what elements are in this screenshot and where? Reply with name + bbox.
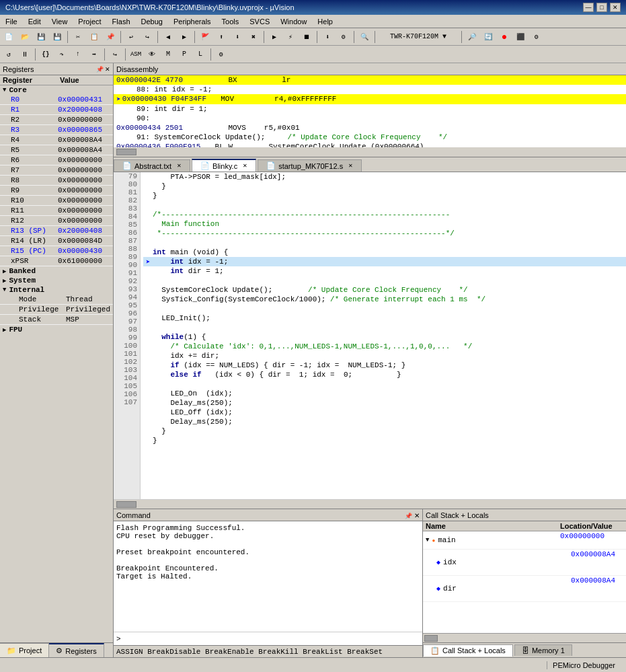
back-button[interactable]: ◀: [161, 30, 175, 44]
forward-button[interactable]: ▶: [177, 30, 192, 44]
target-select[interactable]: TWR-K70F120M ▼: [378, 30, 459, 44]
perf-btn[interactable]: P: [177, 47, 192, 62]
stop-build[interactable]: ⏹: [299, 30, 314, 44]
cs-row-dir[interactable]: ◆ dir 0x000008A4 auto - int: [423, 576, 626, 602]
menu-project[interactable]: Project: [73, 16, 106, 27]
menu-help[interactable]: Help: [312, 16, 338, 27]
stop-debug[interactable]: ⬛: [513, 30, 528, 44]
abstract-tab-close[interactable]: ✕: [177, 163, 182, 169]
source-content[interactable]: 7980818283 8485868788 8990919293 9495969…: [114, 172, 626, 499]
extra-debug-btn[interactable]: ⚙: [214, 47, 229, 62]
reg-row-r11[interactable]: R110x00000000: [0, 206, 113, 216]
reg-row-r5[interactable]: R50x000008A4: [0, 145, 113, 155]
reg-group-system[interactable]: ▶ System: [0, 276, 113, 285]
reg-row-r9[interactable]: R90x00000000: [0, 186, 113, 196]
menu-window[interactable]: Window: [275, 16, 312, 27]
clear-bookmark[interactable]: ✖: [246, 30, 261, 44]
reg-group-core[interactable]: ▼ Core: [0, 85, 113, 95]
tab-project[interactable]: 📁 Project: [0, 643, 49, 657]
watch-btn[interactable]: 👁: [145, 47, 159, 62]
source-horizontal-scrollbar[interactable]: [114, 499, 626, 509]
settings-button[interactable]: ⚙: [336, 30, 351, 44]
reg-row-r4[interactable]: R40x000008A4: [0, 135, 113, 145]
close-panel-icon[interactable]: ✕: [105, 66, 110, 73]
find-button[interactable]: 🔍: [357, 30, 372, 44]
reg-row-r12[interactable]: R120x00000000: [0, 216, 113, 226]
refresh-button[interactable]: 🔄: [481, 30, 496, 44]
save-all-button[interactable]: 💾: [50, 30, 65, 44]
reg-row-xpsr[interactable]: xPSR0x61000000: [0, 256, 113, 266]
disasm-btn[interactable]: ASM: [128, 47, 143, 62]
tab-registers[interactable]: ⚙ Registers: [49, 643, 104, 657]
code-area[interactable]: PTA->PSOR = led_mask[idx]; } } /*-------…: [141, 172, 626, 499]
maximize-button[interactable]: □: [596, 3, 607, 12]
pin-icon[interactable]: 📌: [96, 66, 104, 73]
reg-row-r7[interactable]: R70x00000000: [0, 165, 113, 176]
menu-flash[interactable]: Flash: [107, 16, 136, 27]
tab-blinky[interactable]: 📄 Blinky.c ✕: [192, 159, 256, 172]
tab-abstract[interactable]: 📄 Abstract.txt ✕: [114, 159, 190, 172]
startup-tab-close[interactable]: ✕: [348, 163, 353, 169]
inspect-button[interactable]: 🔎: [465, 30, 479, 44]
disassembly-content[interactable]: 0x0000042E 4770 BX lr 88: int idx = -1; …: [114, 75, 626, 147]
reg-row-r13[interactable]: R13 (SP)0x20000408: [0, 226, 113, 236]
menu-svcs[interactable]: SVCS: [244, 16, 275, 27]
cmd-close-icon[interactable]: ✕: [414, 512, 420, 519]
reg-row-r6[interactable]: R60x00000000: [0, 155, 113, 165]
system-expand-icon[interactable]: ▶: [3, 277, 6, 285]
menu-view[interactable]: View: [46, 16, 73, 27]
cs-row-main[interactable]: ▼ ● main 0x00000000 int f(): [423, 531, 626, 550]
command-input-area[interactable]: >: [114, 632, 422, 645]
stop-button[interactable]: ⏸: [17, 47, 32, 62]
cmd-pin-icon[interactable]: 📌: [405, 513, 412, 519]
redo-button[interactable]: ↪: [140, 30, 155, 44]
cs-scroll-thumb[interactable]: [424, 635, 438, 642]
paste-button[interactable]: 📌: [103, 30, 118, 44]
reg-group-fpu[interactable]: ▶ FPU: [0, 325, 113, 334]
internal-expand-icon[interactable]: ▼: [3, 287, 6, 293]
reset-button[interactable]: ↺: [1, 47, 16, 62]
download-button[interactable]: ⬇: [320, 30, 335, 44]
minimize-button[interactable]: —: [583, 3, 594, 12]
close-button[interactable]: ✕: [610, 3, 621, 12]
step-over-btn[interactable]: ↷: [54, 47, 69, 62]
run-to-cursor[interactable]: ➡: [87, 47, 102, 62]
step-out-btn[interactable]: ↑: [71, 47, 85, 62]
fpu-expand-icon[interactable]: ▶: [3, 326, 6, 334]
reg-group-banked[interactable]: ▶ Banked: [0, 266, 113, 276]
show-next-stmt[interactable]: ↪: [108, 47, 122, 62]
menu-tools[interactable]: Tools: [217, 16, 245, 27]
step-into-btn[interactable]: {}: [38, 47, 53, 62]
reg-row-r1[interactable]: R10x20000408: [0, 105, 113, 115]
reg-group-internal[interactable]: ▼ Internal: [0, 285, 113, 295]
bookmark-button[interactable]: 🚩: [198, 30, 212, 44]
menu-edit[interactable]: Edit: [23, 16, 46, 27]
reg-row-r10[interactable]: R100x00000000: [0, 196, 113, 206]
menu-peripherals[interactable]: Peripherals: [168, 16, 217, 27]
core-expand-icon[interactable]: ▼: [3, 87, 6, 94]
command-input[interactable]: [121, 635, 420, 643]
reg-stack[interactable]: StackMSP: [0, 315, 113, 325]
banked-expand-icon[interactable]: ▶: [3, 268, 6, 275]
save-button[interactable]: 💾: [34, 30, 48, 44]
reg-row-r15[interactable]: R15 (PC)0x00000430: [0, 246, 113, 256]
disasm-horizontal-scrollbar[interactable]: [114, 147, 626, 157]
rebuild-button[interactable]: ⚡: [283, 30, 298, 44]
tab-callstack[interactable]: 📋 Call Stack + Locals: [423, 644, 513, 657]
undo-button[interactable]: ↩: [124, 30, 139, 44]
reg-privilege[interactable]: PrivilegePrivileged: [0, 305, 113, 315]
reg-row-r8[interactable]: R80x00000000: [0, 176, 113, 186]
reg-row-r3[interactable]: R30x00000865: [0, 125, 113, 135]
reg-row-r2[interactable]: R20x00000000: [0, 115, 113, 125]
debug-extra[interactable]: ⚙: [529, 30, 544, 44]
run-button[interactable]: ●: [497, 30, 512, 44]
reg-row-r0[interactable]: R00x00000431: [0, 95, 113, 105]
logic-btn[interactable]: L: [193, 47, 208, 62]
prev-bookmark[interactable]: ⬆: [214, 30, 229, 44]
cs-main-expand[interactable]: ▼: [426, 537, 429, 544]
cut-button[interactable]: ✂: [71, 30, 85, 44]
tab-memory1[interactable]: 🗄 Memory 1: [514, 644, 572, 656]
build-button[interactable]: ▶: [267, 30, 282, 44]
next-bookmark[interactable]: ⬇: [230, 30, 245, 44]
cs-row-idx[interactable]: ◆ idx 0x000008A4 auto - int: [423, 550, 626, 576]
